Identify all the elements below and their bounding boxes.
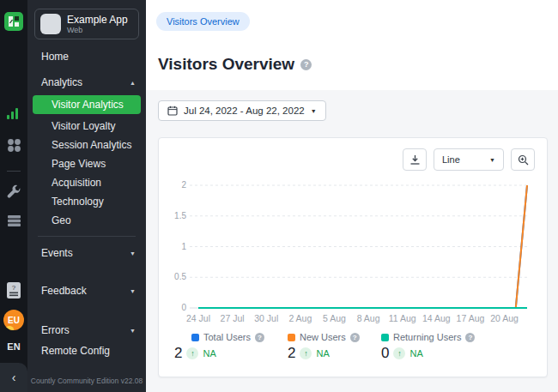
apps-grid-icon[interactable] <box>0 138 27 153</box>
svg-text:1.5: 1.5 <box>174 211 186 220</box>
svg-text:1: 1 <box>181 242 186 251</box>
data-manager-icon[interactable] <box>0 214 27 227</box>
trend-up-icon: ↑ <box>186 347 198 359</box>
svg-text:5 Aug: 5 Aug <box>323 313 346 323</box>
top-header: Visitors Overview Visitors Overview ? <box>146 0 558 90</box>
countly-logo-icon[interactable] <box>4 12 23 31</box>
help-icon[interactable]: ? <box>350 333 360 342</box>
chart-type-value: Line <box>442 154 460 165</box>
svg-text:8 Aug: 8 Aug <box>357 313 380 323</box>
sidebar-item-home[interactable]: Home <box>27 46 146 67</box>
sidebar-item-session-analytics[interactable]: Session Analytics <box>27 136 146 154</box>
trend-value: NA <box>203 348 215 359</box>
help-icon[interactable]: ? <box>255 333 264 342</box>
svg-text:11 Aug: 11 Aug <box>389 313 416 323</box>
svg-text:2: 2 <box>181 180 186 190</box>
utilities-wrench-icon[interactable] <box>0 184 27 199</box>
sidebar-section-errors[interactable]: Errors ▼ <box>27 320 146 341</box>
avatar-initials: EU <box>8 316 20 325</box>
sidebar-section-analytics[interactable]: Analytics ▲ <box>27 72 146 93</box>
icon-rail: ? EU EN ‹ <box>0 0 27 392</box>
legend-color-swatch <box>381 334 389 341</box>
help-icon[interactable]: ? <box>465 333 475 342</box>
svg-text:30 Jul: 30 Jul <box>254 313 278 323</box>
countly-dashboard: ? EU EN ‹ Example App Web Home Analytics… <box>0 0 558 392</box>
legend-item-total-users[interactable]: Total Users ? 2 ↑ NA <box>174 332 288 362</box>
svg-text:27 Jul: 27 Jul <box>221 313 245 323</box>
app-name: Example App <box>67 15 128 26</box>
chevron-down-icon: ▼ <box>130 288 136 294</box>
sidebar-item-geo[interactable]: Geo <box>27 211 146 230</box>
zoom-button[interactable] <box>511 148 535 171</box>
magnifier-plus-icon <box>518 154 529 166</box>
chevron-down-icon: ▼ <box>311 108 317 114</box>
version-footer: Countly Community Edition v22.08 <box>27 377 146 385</box>
trend-value: NA <box>409 348 422 359</box>
legend-item-new-users[interactable]: New Users ? 2 ↑ NA <box>288 332 381 362</box>
sidebar-section-events[interactable]: Events ▼ <box>27 243 146 263</box>
svg-text:0: 0 <box>181 303 186 312</box>
content-area: Jul 24, 2022 - Aug 22, 2022 ▼ Line ▼ <box>146 90 558 392</box>
avatar-decoration <box>5 326 14 330</box>
chevron-down-icon: ▼ <box>130 250 136 256</box>
sidebar-item-acquisition[interactable]: Acquisition <box>27 173 146 192</box>
download-icon <box>409 154 421 166</box>
visitors-chart-card: Line ▼ 00.511.5224 Jul27 Jul30 Jul2 Aug5… <box>158 137 548 377</box>
sidebar-section-feedback[interactable]: Feedback ▼ <box>27 280 146 301</box>
sidebar-item-visitor-loyalty[interactable]: Visitor Loyalty <box>27 117 146 136</box>
sidebar-item-visitor-analytics[interactable]: Visitor Analytics <box>33 95 141 114</box>
download-button[interactable] <box>403 148 427 171</box>
sidebar-menu: Example App Web Home Analytics ▲ Visitor… <box>27 0 146 392</box>
chart-legend: Total Users ? 2 ↑ NA New Users <box>171 332 535 362</box>
svg-text:20 Aug: 20 Aug <box>490 313 519 323</box>
app-thumbnail <box>40 14 61 34</box>
main-content: Visitors Overview Visitors Overview ? Ju… <box>146 0 558 392</box>
rail-divider <box>7 171 21 172</box>
legend-color-swatch <box>191 334 199 341</box>
new-users-value: 2 <box>288 345 295 362</box>
date-range-picker[interactable]: Jul 24, 2022 - Aug 22, 2022 ▼ <box>158 100 326 121</box>
sidebar-item-remote-config[interactable]: Remote Config <box>27 341 146 361</box>
chevron-up-icon: ▲ <box>130 80 136 86</box>
chevron-down-icon: ▼ <box>489 157 495 163</box>
svg-text:0.5: 0.5 <box>174 272 186 281</box>
help-icon[interactable]: ? <box>300 59 312 70</box>
legend-item-returning-users[interactable]: Returning Users ? 0 ↑ NA <box>381 332 475 362</box>
svg-text:?: ? <box>12 284 16 292</box>
sidebar-item-technology[interactable]: Technology <box>27 192 146 211</box>
calendar-icon <box>167 106 178 116</box>
date-range-value: Jul 24, 2022 - Aug 22, 2022 <box>184 106 305 116</box>
legend-color-swatch <box>288 334 295 341</box>
chevron-down-icon: ▼ <box>130 328 136 334</box>
svg-text:24 Jul: 24 Jul <box>186 313 210 323</box>
trend-up-icon: ↑ <box>393 347 405 359</box>
breadcrumb[interactable]: Visitors Overview <box>156 12 250 31</box>
total-users-value: 2 <box>174 345 182 362</box>
svg-text:2 Aug: 2 Aug <box>288 313 312 323</box>
language-selector[interactable]: EN <box>0 341 27 352</box>
returning-users-value: 0 <box>381 345 389 362</box>
analytics-barchart-icon[interactable] <box>0 106 27 120</box>
user-avatar[interactable]: EU <box>3 310 24 330</box>
sidebar-collapse-button[interactable]: ‹ <box>0 363 27 392</box>
trend-value: NA <box>316 348 329 359</box>
sidebar-item-page-views[interactable]: Page Views <box>27 154 146 173</box>
menu-divider <box>38 236 136 237</box>
chart-type-select[interactable]: Line ▼ <box>434 148 504 171</box>
help-guide-icon[interactable]: ? <box>0 281 27 299</box>
trend-up-icon: ↑ <box>300 347 312 359</box>
app-type: Web <box>67 26 128 34</box>
svg-text:14 Aug: 14 Aug <box>422 313 451 323</box>
visitors-chart[interactable]: 00.511.5224 Jul27 Jul30 Jul2 Aug5 Aug8 A… <box>171 172 535 325</box>
app-selector[interactable]: Example App Web <box>34 9 139 39</box>
page-title: Visitors Overview <box>158 55 294 74</box>
svg-text:17 Aug: 17 Aug <box>457 313 485 323</box>
